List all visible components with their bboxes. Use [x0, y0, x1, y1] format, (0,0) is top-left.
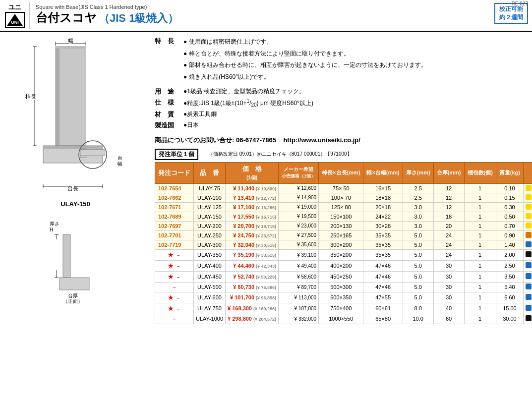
bullet-4: 焼き入れ品(HS60°以上)です。 [183, 72, 427, 83]
base-thickness-cell: 24 [433, 249, 464, 260]
star-cell: ★ － [155, 271, 194, 282]
svg-rect-35 [59, 278, 89, 290]
table-row: － ULAY-1000 ¥ 298,800 (¥ 284,572) ¥ 332,… [155, 314, 532, 324]
price-maker-cell: ¥ 19,500 [279, 212, 319, 221]
pack-count-cell: 1 [464, 249, 496, 260]
brand-logo: UNI [5, 12, 25, 28]
dot-cell [524, 260, 532, 271]
main-content: 幅 棹長 [0, 32, 532, 329]
base-thickness-cell: 60 [433, 314, 464, 324]
bullet-3: 部材を組み合わせる時に、相互が障害が起きないように、一定の寸法をあけております。 [183, 60, 427, 71]
svg-text:厚さ: 厚さ [50, 221, 59, 227]
pack-count-cell: 1 [464, 183, 496, 193]
zairyo-row: 材 質 ●炭素工具鋼 [155, 110, 532, 119]
dim2-cell: 24×22 [363, 212, 403, 221]
price-maker-cell: ¥ 89,700 [279, 282, 319, 292]
price-maker-cell: ¥ 49,400 [279, 260, 319, 271]
table-row: 102-7697 ULAY-200 ¥ 20,700 (¥ 19,715) ¥ … [155, 221, 532, 230]
price-cell: ¥ 20,700 (¥ 19,715) [226, 221, 279, 230]
thickness-cell: 8.0 [403, 303, 433, 314]
base-thickness-cell: 12 [433, 202, 464, 212]
svg-text:台: 台 [118, 155, 122, 161]
th-base-thickness: 台厚(mm) [433, 162, 464, 183]
contact-info: 商品についてのお問い合せ: 06-6747-7865 http://www.un… [155, 136, 532, 145]
price-maker-cell: ¥ 12,600 [279, 183, 319, 193]
dim1-cell: 75× 50 [319, 183, 363, 193]
shiyou-text: ●精度:JIS 1級(1級±(10+1/20) μm 硬度HS60°以上) [183, 98, 313, 108]
table-row: 102-7719 ULAY-300 ¥ 32,040 (¥ 30,515) ¥ … [155, 240, 532, 249]
dim1-cell: 400×200 [319, 260, 363, 271]
dot-cell [524, 303, 532, 314]
price-cell: ¥ 24,750 (¥ 23,572) [226, 230, 279, 240]
table-body: 102-7654 ULAY-75 ¥ 11,340 (¥ 10,800) ¥ 1… [155, 183, 532, 324]
shiyou-label: 仕 様 [155, 98, 179, 108]
weight-cell: 30.00 [496, 314, 523, 324]
dim2-cell: 47×55 [363, 292, 403, 303]
table-row: ★ － ULAY-750 ¥ 168,300 (¥ 160,286) ¥ 187… [155, 303, 532, 314]
dim1-cell: 500×300 [319, 282, 363, 292]
price-label: 価 格 [242, 165, 262, 172]
product-title-jis: （JIS 1級焼入） [99, 11, 178, 26]
base-thickness-cell: 24 [433, 240, 464, 249]
dim2-cell: 60×61 [363, 303, 403, 314]
dot-cell [524, 230, 532, 240]
base-thickness-cell: 12 [433, 183, 464, 193]
bullet-2: 棹と台とが、特殊な接着方法により堅固に取り付できます。 [183, 49, 427, 59]
thickness-cell: 5.0 [403, 230, 433, 240]
table-header-row: 発注コード 品 番 価 格 (1個) メーカー希望 小売価格（1個） 棹長×台長… [155, 162, 532, 183]
shiyou-row: 仕 様 ●精度:JIS 1級(1級±(10+1/20) μm 硬度HS60°以上… [155, 98, 532, 108]
tokucho-row: 特 長 使用面は精密研磨仕上げです。 棹と台とが、特殊な接着方法により堅固に取り… [155, 37, 532, 83]
product-table: 発注コード 品 番 価 格 (1個) メーカー希望 小売価格（1個） 棹長×台長… [155, 162, 532, 324]
th-price-maker: メーカー希望 小売価格（1個） [279, 162, 319, 183]
pack-count-cell: 1 [464, 240, 496, 249]
th-thickness: 厚さ(mm) [403, 162, 433, 183]
product-svg-diagram: 幅 棹長 [16, 37, 135, 195]
price-sub: (1個) [246, 175, 257, 180]
part-number-cell: ULAY-75 [194, 183, 226, 193]
seizo-row: 製造国 ●日本 [155, 121, 532, 130]
price-maker-cell: ¥ 23,000 [279, 221, 319, 230]
th-order-code: 発注コード [155, 162, 194, 183]
svg-rect-9 [56, 47, 85, 49]
part-number-cell: ULAY-300 [194, 240, 226, 249]
th-dim2: 幅×台幅(mm) [363, 162, 403, 183]
part-number-cell: ULAY-1000 [194, 314, 226, 324]
svg-text:（正面）: （正面） [63, 298, 83, 304]
dim2-cell: 35×35 [363, 230, 403, 240]
svg-rect-16 [43, 146, 103, 149]
dot-cell [524, 221, 532, 230]
price-maker-cell: ¥ 113,000 [279, 292, 319, 303]
yoto-label: 用 途 [155, 87, 179, 96]
table-row: ★ － ULAY-600 ¥ 101,700 (¥ 96,858) ¥ 113,… [155, 292, 532, 303]
seizo-text: ●日本 [183, 121, 199, 130]
th-dim1: 棹長×台長(mm) [319, 162, 363, 183]
dot-cell [524, 314, 532, 324]
small-diagram-section: 厚さ H 台厚 （正面） [6, 216, 145, 305]
base-thickness-cell: 30 [433, 292, 464, 303]
star-cell: ★ － [155, 292, 194, 303]
part-number-cell: ULAY-250 [194, 230, 226, 240]
dim1-cell: 300×200 [319, 240, 363, 249]
brand-section: ユニ UNI [0, 2, 30, 29]
order-code-cell: 102-7671 [155, 202, 194, 212]
product-title-row: 台付スコヤ （JIS 1級焼入） [36, 10, 526, 26]
dim2-cell: 35×35 [363, 240, 403, 249]
dot-cell [524, 249, 532, 260]
dim2-cell: 47×46 [363, 282, 403, 292]
price-cell: ¥ 101,700 (¥ 96,858) [226, 292, 279, 303]
dot-cell [524, 183, 532, 193]
empty-code-cell: － [155, 282, 194, 292]
thickness-cell: 5.0 [403, 260, 433, 271]
yoto-row: 用 途 ●1級品:検査測定、金型製品の精度チェック。 [155, 87, 532, 96]
price-cell: ¥ 52,740 (¥ 50,229) [226, 271, 279, 282]
th-price: 価 格 (1個) [226, 162, 279, 183]
svg-rect-34 [63, 234, 70, 278]
price-maker-cell: ¥ 19,000 [279, 202, 319, 212]
thickness-cell: 5.0 [403, 282, 433, 292]
table-row: 102-7671 ULAY-125 ¥ 17,100 (¥ 16,286) ¥ … [155, 202, 532, 212]
part-number-cell: ULAY-150 [194, 212, 226, 221]
dim1-cell: 350×200 [319, 249, 363, 260]
weight-cell: 5.40 [496, 282, 523, 292]
empty-code-cell: － [155, 314, 194, 324]
price-maker-label: メーカー希望 [284, 167, 313, 172]
